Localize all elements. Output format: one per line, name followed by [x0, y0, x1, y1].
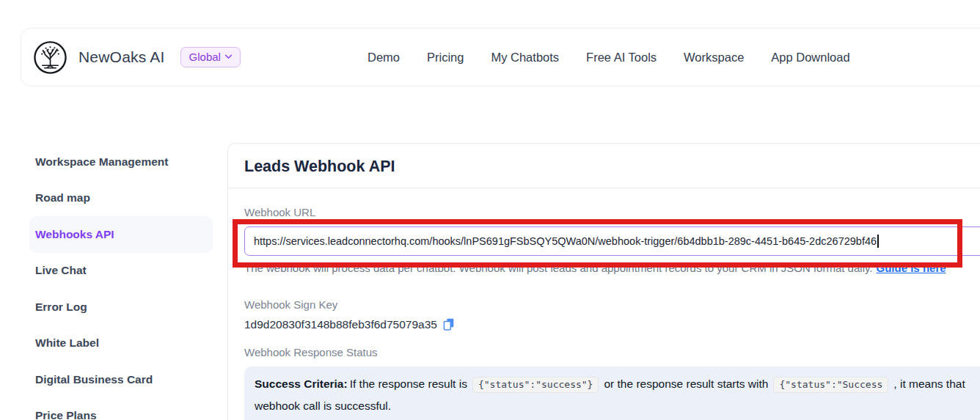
- success-criteria-line2: webhook call is successful.: [255, 397, 980, 415]
- webhook-url-label: Webhook URL: [244, 206, 980, 218]
- criteria-text-1: If the response result is: [350, 377, 467, 390]
- success-criteria-box: Success Criteria:If the response result …: [244, 366, 980, 420]
- copy-icon: [442, 317, 455, 331]
- webhook-api-panel: Leads Webhook API Webhook URL https://se…: [227, 143, 980, 420]
- main-nav: Demo Pricing My Chatbots Free AI Tools W…: [368, 29, 850, 86]
- criteria-text-3: , it means that: [893, 377, 965, 390]
- chevron-down-icon: [224, 54, 233, 59]
- sidebar-item-workspace-management[interactable]: Workspace Management: [29, 144, 213, 180]
- sidebar-item-digital-business-card[interactable]: Digital Business Card: [29, 361, 213, 398]
- nav-item-free-ai-tools[interactable]: Free AI Tools: [586, 51, 657, 65]
- nav-item-workspace[interactable]: Workspace: [684, 51, 744, 65]
- helper-text: The webhook will process data per chatbo…: [244, 262, 873, 274]
- guide-link[interactable]: Guide is here: [877, 262, 946, 274]
- nav-item-pricing[interactable]: Pricing: [427, 51, 464, 65]
- nav-item-my-chatbots[interactable]: My Chatbots: [491, 51, 559, 65]
- code-chip-success-lower: {"status":"success"}: [472, 377, 599, 393]
- webhook-sign-key-row: 1d9d20830f3148b88feb3f6d75079a35: [244, 317, 980, 331]
- nav-item-app-download[interactable]: App Download: [771, 51, 849, 65]
- webhook-url-value: https://services.leadconnectorhq.com/hoo…: [254, 235, 877, 247]
- webhook-sign-key-value: 1d9d20830f3148b88feb3f6d75079a35: [244, 318, 437, 331]
- webhook-url-input[interactable]: https://services.leadconnectorhq.com/hoo…: [244, 226, 980, 256]
- code-chip-success-upper: {"status":"Success: [773, 377, 888, 393]
- panel-title-row: Leads Webhook API: [228, 144, 980, 188]
- top-nav-bar: NewOaks AI Global Demo Pricing My Chatbo…: [21, 28, 980, 86]
- webhook-response-status-label: Webhook Response Status: [244, 346, 980, 358]
- newoaks-logo: [33, 40, 67, 75]
- sidebar-item-webhooks-api[interactable]: Webhooks API: [29, 216, 213, 253]
- sidebar-item-error-log[interactable]: Error Log: [29, 289, 213, 325]
- brand-name: NewOaks AI: [78, 48, 165, 66]
- nav-item-demo[interactable]: Demo: [368, 51, 400, 65]
- text-caret: [877, 235, 879, 248]
- sidebar-item-road-map[interactable]: Road map: [29, 180, 213, 217]
- tree-icon: [33, 40, 67, 75]
- success-criteria-line1: Success Criteria:If the response result …: [255, 375, 980, 394]
- sidebar-item-live-chat[interactable]: Live Chat: [29, 253, 213, 290]
- success-criteria-prefix: Success Criteria:: [255, 377, 348, 390]
- global-region-dropdown[interactable]: Global: [180, 47, 241, 67]
- copy-button[interactable]: [442, 317, 455, 331]
- panel-body: Webhook URL https://services.leadconnect…: [228, 206, 980, 420]
- webhook-url-helper: The webhook will process data per chatbo…: [244, 262, 980, 274]
- region-label: Global: [189, 51, 221, 63]
- webhook-sign-key-label: Webhook Sign Key: [244, 298, 980, 311]
- page-title: Leads Webhook API: [244, 158, 980, 176]
- sidebar-item-white-label[interactable]: White Label: [29, 325, 213, 362]
- sidebar-item-price-plans[interactable]: Price Plans: [29, 398, 213, 420]
- settings-sidebar: Workspace Management Road map Webhooks A…: [29, 144, 213, 420]
- criteria-text-2: or the response result starts with: [604, 377, 768, 390]
